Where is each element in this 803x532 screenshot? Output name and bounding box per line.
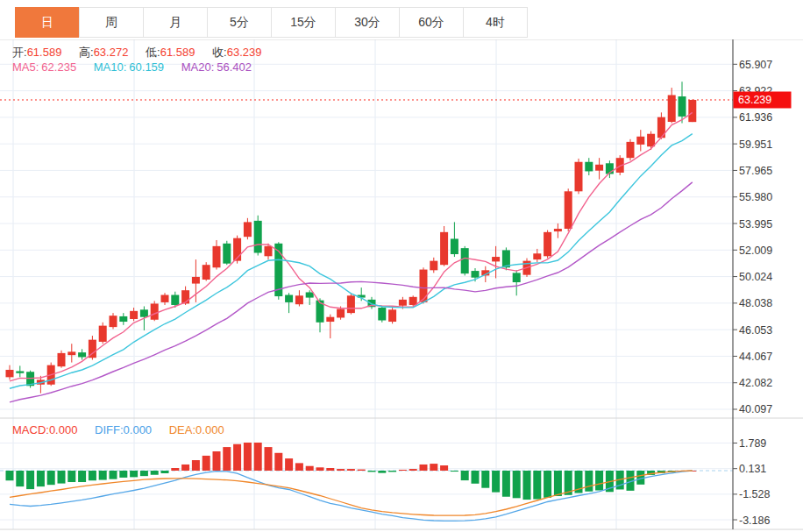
macd-value: 0.000 (49, 423, 78, 436)
candle-body (627, 142, 635, 158)
tab-60min[interactable]: 60分 (399, 7, 464, 38)
macd-bar (58, 471, 66, 484)
candle-body (388, 309, 396, 322)
macd-bar (347, 469, 355, 471)
macd-bar (337, 469, 345, 471)
ma5-value: 62.235 (41, 60, 76, 74)
tab-day[interactable]: 日 (15, 7, 80, 38)
macd-bar (130, 471, 138, 477)
candle-body (679, 96, 686, 117)
macd-bar (192, 460, 200, 471)
tab-15min[interactable]: 15分 (271, 7, 336, 38)
candle-body (326, 317, 334, 322)
macd-bar (203, 456, 210, 471)
axis-tick-label: 52.009 (739, 245, 772, 257)
macd-bar (533, 471, 541, 500)
candle-body (668, 95, 676, 122)
tab-5min[interactable]: 5分 (207, 7, 272, 38)
tab-4hour[interactable]: 4时 (463, 7, 528, 38)
candle-body (203, 265, 210, 280)
macd-bar (78, 471, 86, 482)
candle-body (513, 273, 521, 282)
axis-tick-label: 1.789 (739, 437, 766, 450)
candle-body (461, 248, 469, 273)
macd-bar (358, 470, 366, 471)
macd-bar (388, 471, 396, 472)
macd-label: MACD: (12, 423, 49, 436)
macd-bar (6, 471, 14, 480)
candle-body (192, 277, 200, 284)
macd-bar (223, 447, 231, 471)
candle-body (119, 316, 127, 322)
macd-bar (254, 443, 262, 471)
macd-bar (110, 471, 117, 479)
open-value: 61.589 (27, 46, 62, 59)
macd-bar (378, 471, 386, 473)
macd-bar (585, 471, 593, 492)
axis-tick-label: 55.980 (739, 191, 772, 203)
axis-tick-label: 59.951 (739, 138, 772, 151)
high-value: 63.272 (94, 46, 129, 59)
tab-30min[interactable]: 30分 (335, 7, 400, 38)
candle-body (265, 246, 273, 256)
close-label: 收: (212, 46, 227, 59)
macd-bar (151, 471, 159, 475)
macd-bar (409, 469, 417, 471)
axis-tick-label: -1.528 (739, 488, 770, 500)
candle-body (161, 295, 169, 302)
macd-bar (26, 471, 34, 489)
candle-body (295, 295, 303, 304)
axis-tick-label: 40.097 (739, 403, 772, 415)
macd-bar (513, 471, 521, 498)
macd-bar (181, 465, 189, 471)
tab-month[interactable]: 月 (143, 7, 208, 38)
candle-body (565, 191, 572, 229)
candle-body (171, 295, 179, 305)
macd-bar (285, 458, 293, 471)
ma20-line (10, 182, 693, 402)
close-value: 63.239 (227, 46, 262, 59)
candle-body (472, 271, 480, 278)
macd-bar (306, 466, 314, 471)
ma-legend: MA5:62.235 MA10:60.159 MA20:56.402 (12, 60, 266, 74)
open-label: 开: (12, 46, 27, 59)
candle-body (337, 309, 345, 318)
macd-bar (213, 451, 221, 471)
chart-canvas[interactable]: 65.90763.92261.93659.95157.96555.98053.9… (0, 39, 803, 532)
candle-body (595, 165, 603, 171)
candle-body (6, 370, 14, 377)
candle-body (244, 222, 252, 237)
candle-body (223, 244, 231, 264)
macd-bar (47, 471, 55, 485)
macd-bar (161, 471, 169, 473)
macd-bar (171, 468, 179, 471)
candle-body (378, 308, 386, 320)
candle-body (78, 352, 86, 357)
candle-body (16, 371, 24, 372)
candle-body (140, 309, 148, 316)
macd-bar (89, 471, 96, 480)
candle-body (399, 300, 407, 306)
axis-tick-label: 48.038 (739, 297, 772, 309)
macd-bar (274, 453, 282, 471)
macd-bar (481, 471, 489, 488)
candle-body (688, 100, 696, 122)
tab-week[interactable]: 周 (79, 7, 144, 38)
macd-bar (430, 464, 437, 471)
low-value: 61.589 (160, 46, 195, 59)
candle-body (636, 137, 644, 145)
candle-body (451, 238, 458, 254)
macd-bar (16, 471, 24, 486)
axis-tick-label: -3.186 (739, 514, 770, 527)
macd-bar (523, 471, 531, 500)
macd-bar (295, 463, 303, 471)
candle-body (306, 292, 314, 297)
timeframe-tabs: 日 周 月 5分 15分 30分 60分 4时 (16, 7, 528, 38)
ma20-label: MA20: (181, 60, 215, 74)
candle-body (151, 303, 159, 319)
macd-bar (233, 444, 241, 471)
candle-body (430, 261, 437, 271)
macd-bar (119, 471, 127, 478)
candle-body (585, 162, 593, 172)
candle-body (68, 351, 75, 355)
